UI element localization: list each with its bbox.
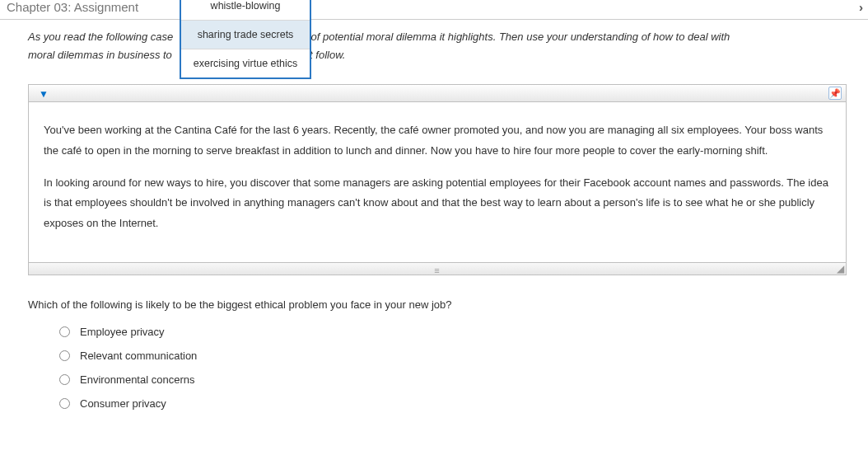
dropdown-option[interactable]: exercising virtue ethics xyxy=(181,49,310,77)
radio-icon[interactable] xyxy=(59,350,70,361)
case-body: You've been working at the Cantina Café … xyxy=(28,102,847,261)
case-paragraph: You've been working at the Cantina Café … xyxy=(44,120,831,161)
instructions-block: As you read the following case of potent… xyxy=(28,28,847,64)
answer-option-label: Consumer privacy xyxy=(80,397,166,410)
answer-option[interactable]: Employee privacy xyxy=(59,326,847,338)
dropdown-option-label: whistle-blowing xyxy=(211,0,281,12)
case-toolbar: ▼ 📌 xyxy=(28,84,847,102)
answer-option-label: Employee privacy xyxy=(80,326,165,338)
dropdown-option[interactable]: sharing trade secrets xyxy=(181,21,310,49)
answer-option-label: Relevant communication xyxy=(80,350,197,362)
dropdown-option-label: sharing trade secrets xyxy=(198,29,294,40)
dropdown-option[interactable]: whistle-blowing xyxy=(181,0,310,21)
case-paragraph: In looking around for new ways to hire, … xyxy=(44,173,831,234)
radio-icon[interactable] xyxy=(59,374,70,385)
chevron-right-icon[interactable]: › xyxy=(859,0,863,14)
answer-option-label: Environmental concerns xyxy=(80,373,194,386)
instr-line2-before: moral dilemmas in business to xyxy=(28,49,172,61)
question-prompt: Which of the following is likely to be t… xyxy=(28,298,847,311)
instr-line1-before: As you read the following case xyxy=(28,31,173,43)
chapter-header: Chapter 03: Assignment › xyxy=(0,0,868,20)
question-block: Which of the following is likely to be t… xyxy=(28,298,847,410)
resize-grip-icon[interactable]: ≡ xyxy=(434,265,440,275)
radio-icon[interactable] xyxy=(59,398,70,409)
answer-option[interactable]: Environmental concerns xyxy=(59,373,847,386)
case-box: ▼ 📌 You've been working at the Cantina C… xyxy=(28,84,847,275)
answer-option[interactable]: Relevant communication xyxy=(59,350,847,362)
resize-corner-icon[interactable]: ◢ xyxy=(837,263,844,275)
instr-line2-after: t follow. xyxy=(310,49,345,61)
answer-options: Employee privacy Relevant communication … xyxy=(28,326,847,410)
dropdown-option-label: exercising virtue ethics xyxy=(194,58,297,69)
dropdown-menu[interactable]: whistle-blowing sharing trade secrets ex… xyxy=(180,0,311,79)
case-footer: ≡ ◢ xyxy=(28,262,847,275)
content-area: As you read the following case of potent… xyxy=(0,20,868,410)
answer-option[interactable]: Consumer privacy xyxy=(59,397,847,410)
instr-line1-after: of potential moral dilemma it highlights… xyxy=(311,31,730,43)
collapse-marker-icon[interactable]: ▼ xyxy=(29,88,49,100)
chapter-title: Chapter 03: Assignment xyxy=(7,0,138,14)
radio-icon[interactable] xyxy=(59,326,70,337)
pin-icon[interactable]: 📌 xyxy=(828,87,842,100)
